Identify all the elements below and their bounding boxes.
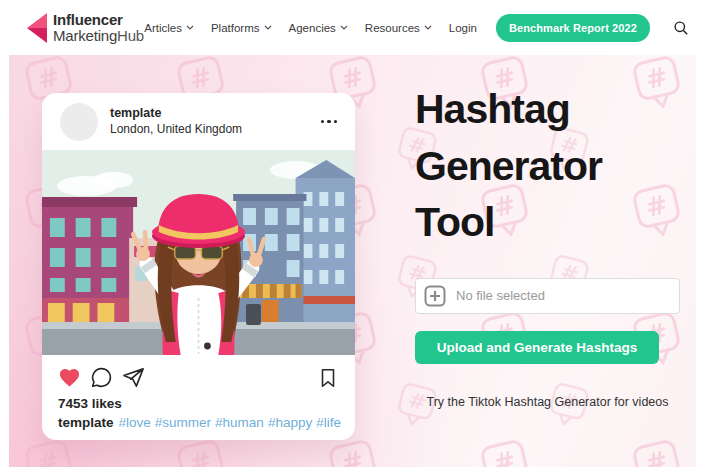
hashtag-link[interactable]: #love	[119, 415, 151, 430]
nav-item-agencies[interactable]: Agencies	[289, 22, 348, 34]
search-icon	[673, 20, 689, 36]
instagram-post-card: template London, United Kingdom	[42, 93, 355, 440]
nav-item-platforms[interactable]: Platforms	[211, 22, 272, 34]
benchmark-report-button[interactable]: Benchmark Report 2022	[496, 14, 650, 42]
logo[interactable]: Influencer MarketingHub	[26, 12, 144, 44]
chevron-down-icon	[264, 25, 272, 30]
brand-arrow-icon	[26, 12, 47, 44]
post-user-block: template London, United Kingdom	[110, 106, 242, 137]
share-icon[interactable]	[122, 366, 145, 389]
tool-panel: Hashtag Generator Tool No file selected …	[415, 81, 687, 409]
city-girl-illustration	[42, 150, 355, 355]
page: Influencer MarketingHub Articles Platfor…	[0, 0, 707, 476]
bookmark-icon[interactable]	[317, 367, 339, 389]
likes-count: 7453 likes	[42, 389, 355, 411]
search-button[interactable]	[669, 16, 693, 40]
chevron-down-icon	[424, 25, 432, 30]
post-location: London, United Kingdom	[110, 122, 242, 137]
logo-line1: Influencer	[53, 12, 144, 27]
hashtag-link[interactable]: #summer	[155, 415, 211, 430]
nav-menu: Articles Platforms Agencies Resources Lo…	[144, 14, 693, 42]
login-link[interactable]: Login	[449, 22, 477, 34]
hashtag-link[interactable]: #happy	[268, 415, 312, 430]
hero-section: # template London, United Kingdom	[9, 55, 696, 467]
file-input-value: No file selected	[456, 288, 545, 303]
avatar	[60, 103, 98, 141]
post-caption: template#love#summer#human#happy#life	[42, 411, 355, 430]
page-title: Hashtag Generator Tool	[415, 81, 687, 251]
hashtag-link[interactable]: #human	[215, 415, 264, 430]
logo-line2: MarketingHub	[53, 28, 144, 43]
nav-item-resources[interactable]: Resources	[365, 22, 432, 34]
chevron-down-icon	[186, 25, 194, 30]
hashtag-link[interactable]: #life	[316, 415, 341, 430]
logo-text: Influencer MarketingHub	[53, 12, 144, 43]
more-options-icon[interactable]	[321, 114, 338, 130]
post-actions	[42, 355, 355, 389]
file-upload-input[interactable]: No file selected	[415, 278, 680, 314]
tiktok-generator-link[interactable]: Try the Tiktok Hashtag Generator for vid…	[415, 395, 680, 409]
top-nav: Influencer MarketingHub Articles Platfor…	[0, 0, 707, 55]
chevron-down-icon	[340, 25, 348, 30]
caption-username: template	[58, 415, 114, 430]
post-header: template London, United Kingdom	[42, 93, 355, 150]
plus-icon[interactable]	[424, 285, 446, 307]
nav-item-articles[interactable]: Articles	[144, 22, 194, 34]
comment-icon[interactable]	[90, 366, 113, 389]
post-image	[42, 150, 355, 355]
heart-icon[interactable]	[58, 366, 81, 389]
upload-generate-button[interactable]: Upload and Generate Hashtags	[415, 331, 659, 364]
post-username: template	[110, 106, 242, 122]
